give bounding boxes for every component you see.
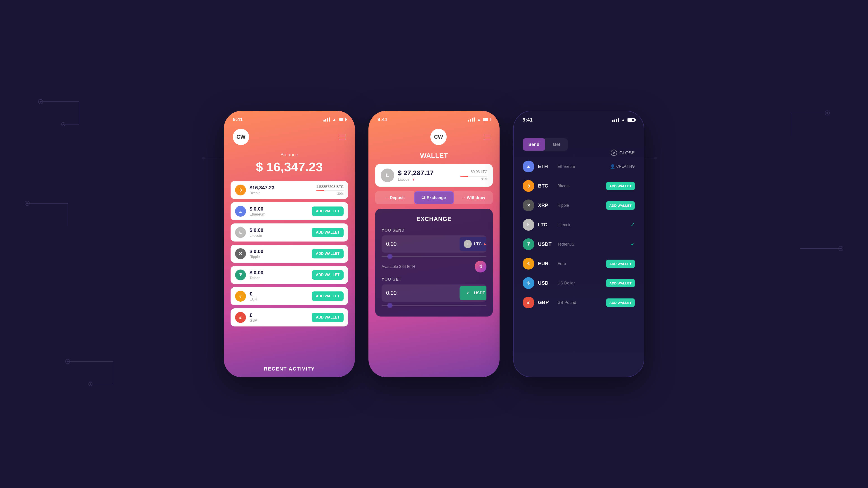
phone1-menu-icon[interactable] [339,135,346,139]
crypto-row-btc[interactable]: ₿ BTC Bitcoin ADD WALLET [518,177,639,195]
wallet-row-eur[interactable]: € € EUR ADD WALLET [230,287,348,305]
crypto-row-xrp[interactable]: ✕ XRP Ripple ADD WALLET [518,196,639,215]
ltc-btc-amount: 80.93 LTC [460,170,487,174]
wallet-row-tether[interactable]: ₮ $ 0.00 Tether ADD WALLET [230,266,348,284]
add-wallet-btn-btc[interactable]: ADD WALLET [606,182,635,190]
wallet-name-xrp: Ripple [250,255,308,259]
get-slider-row[interactable] [381,305,487,306]
check-icon-usdt: ✓ [631,241,635,247]
crypto-row-usdt[interactable]: ₮ USDT TetherUS ✓ [518,235,639,253]
ltc-pct: 30% [460,177,487,181]
wallet-amount-xrp: $ 0.00 [250,249,308,254]
exchange-panel: EXCHANGE YOU SEND Ł LTC ▶ [375,209,493,317]
wallet-name-gbp: GBP [250,319,308,323]
crypto-list: Ξ ETH Ethereum 👤 CREATING ₿ BTC Bitcoin … [514,158,644,312]
crypto-name-gbp: GB Pound [557,300,602,305]
svg-point-23 [67,361,69,362]
send-slider-row[interactable] [381,256,487,257]
ltc-progress-bar [460,176,487,177]
svg-point-19 [202,157,205,160]
svg-point-8 [26,202,28,204]
ltc-card[interactable]: Ł $ 27,287.17 Litecoin ▼ 80.93 LTC 30% [375,164,493,187]
wallet-row-btc[interactable]: ₿ $16,347.23 Bitcoin 1.58357203 BTC 30% [230,181,348,199]
crypto-icon-usdt: ₮ [523,238,534,250]
check-icon-ltc: ✓ [631,222,635,228]
tab-withdraw[interactable]: → Withdraw [454,191,493,204]
add-wallet-btn-eur[interactable]: ADD WALLET [606,260,635,268]
p2-menu-line-1 [483,135,491,135]
add-wallet-btn-xrp[interactable]: ADD WALLET [606,201,635,210]
wallet-name-eur: EUR [250,297,308,301]
phone1-header: CW [224,124,355,150]
recent-activity: RECENT ACTIVITY [224,359,355,377]
phone-1: 9:41 ▲ CW [224,111,355,377]
signal-bar-4 [329,118,330,122]
wallet-amount-tether: $ 0.00 [250,270,308,275]
svg-point-1 [40,101,41,103]
send-input[interactable] [381,236,458,252]
crypto-code-eth: ETH [538,164,554,169]
you-get-label: YOU GET [381,277,487,282]
svg-point-15 [839,246,843,251]
svg-point-16 [840,248,842,250]
crypto-row-eur[interactable]: € EUR Euro ADD WALLET [518,255,639,273]
add-wallet-btn-ltc[interactable]: ADD WALLET [312,228,344,237]
phone1-content: CW Balance $ 16,347.23 ₿ $16,347.23 [224,124,355,377]
crypto-name-usd: US Dollar [557,281,602,286]
crypto-code-gbp: GBP [538,300,554,305]
crypto-name-usdt: TetherUS [557,242,627,247]
add-wallet-btn-gbp[interactable]: ADD WALLET [312,313,344,322]
svg-point-7 [25,201,29,205]
close-button[interactable]: ✕ CLOSE [611,150,635,156]
p2-signal-bar-1 [468,120,469,122]
svg-point-12 [827,112,828,114]
exchange-tabs: ← Deposit ⇄ Exchange → Withdraw [375,191,493,204]
add-wallet-btn-xrp[interactable]: ADD WALLET [312,249,344,258]
phone2-battery-icon [483,118,491,121]
crypto-row-usd[interactable]: $ USD US Dollar ADD WALLET [518,274,639,292]
add-wallet-btn-tether[interactable]: ADD WALLET [312,270,344,280]
menu-line-1 [339,135,346,135]
crypto-code-usd: USD [538,280,554,286]
ltc-dropdown-arrow: ▼ [412,177,415,182]
phone2-time: 9:41 [377,117,388,123]
wallet-row-xrp[interactable]: ✕ $ 0.00 Ripple ADD WALLET [230,245,348,263]
wallet-row-ltc[interactable]: Ł $ 0.00 Litecoin ADD WALLET [230,223,348,241]
wallet-amount-ltc: $ 0.00 [250,227,308,233]
wallet-amount-eth: $ 0.00 [250,206,308,212]
swap-button[interactable]: ⇅ [475,261,487,272]
add-wallet-btn-eur[interactable]: ADD WALLET [312,291,344,301]
wallet-amount-eur: € [250,291,308,297]
usdt-coin-selector[interactable]: ₮ USDT ▶ [460,286,487,300]
crypto-icon-xrp: ✕ [523,199,534,211]
phone2-menu-icon[interactable] [483,135,491,139]
coin-icon-gbp: £ [235,312,246,323]
tab-deposit[interactable]: ← Deposit [375,191,414,204]
crypto-row-gbp[interactable]: £ GBP GB Pound ADD WALLET [518,293,639,312]
phone2-battery-fill [484,119,488,121]
wallet-amount-btc: $16,347.23 [250,185,313,191]
usdt-selector-label: USDT [474,291,485,295]
crypto-row-ltc[interactable]: Ł LTC Litecoin ✓ [518,216,639,234]
phone3-status-icons: ▲ [612,118,635,122]
wallet-row-eth[interactable]: Ξ $ 0.00 Ethereum ADD WALLET [230,202,348,220]
p3-signal-bar-2 [614,120,615,122]
add-wallet-btn-gbp[interactable]: ADD WALLET [606,298,635,307]
ltc-coin-selector[interactable]: Ł LTC ▶ [460,237,487,251]
add-wallet-btn-usd[interactable]: ADD WALLET [606,279,635,287]
get-tab[interactable]: Get [545,138,568,151]
p2-signal-bar-3 [472,119,473,122]
wallet-info-eth: $ 0.00 Ethereum [250,206,308,217]
tab-exchange[interactable]: ⇄ Exchange [414,191,454,204]
phone1-time: 9:41 [233,117,243,123]
phone3-wifi-icon: ▲ [621,118,626,122]
p3-signal-bar-4 [618,118,619,122]
add-wallet-btn-eth[interactable]: ADD WALLET [312,206,344,216]
crypto-row-eth[interactable]: Ξ ETH Ethereum 👤 CREATING [518,158,639,175]
get-input[interactable] [381,285,458,301]
ltc-name-text: Litecoin [398,177,410,182]
get-input-row: ₮ USDT ▶ [381,285,487,302]
send-tab[interactable]: Send [523,138,545,151]
wallet-row-gbp[interactable]: £ £ GBP ADD WALLET [230,308,348,326]
p3-signal-bar-1 [612,120,614,122]
